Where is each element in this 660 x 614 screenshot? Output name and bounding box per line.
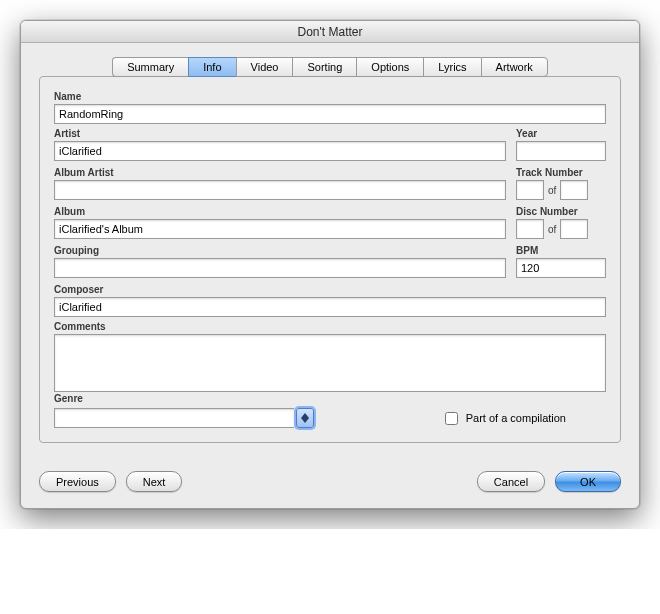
album-field[interactable]: [54, 219, 506, 239]
comments-label: Comments: [54, 321, 606, 332]
info-panel: Name Artist Year Album Artist: [39, 76, 621, 443]
track-number-label: Track Number: [516, 167, 606, 178]
year-field[interactable]: [516, 141, 606, 161]
svg-marker-1: [301, 418, 309, 423]
album-label: Album: [54, 206, 506, 217]
composer-label: Composer: [54, 284, 606, 295]
comments-field[interactable]: [54, 334, 606, 392]
tab-artwork[interactable]: Artwork: [481, 57, 548, 77]
ok-button[interactable]: OK: [555, 471, 621, 492]
name-label: Name: [54, 91, 606, 102]
album-artist-label: Album Artist: [54, 167, 506, 178]
cancel-button[interactable]: Cancel: [477, 471, 545, 492]
chevron-down-icon: [301, 418, 309, 423]
artist-label: Artist: [54, 128, 506, 139]
spacer: [192, 471, 466, 492]
genre-dropdown-button[interactable]: [296, 408, 314, 428]
tab-bar: Summary Info Video Sorting Options Lyric…: [39, 57, 621, 77]
content-area: Summary Info Video Sorting Options Lyric…: [21, 43, 639, 459]
bpm-field[interactable]: [516, 258, 606, 278]
disc-num-field[interactable]: [516, 219, 544, 239]
tab-summary[interactable]: Summary: [112, 57, 188, 77]
tab-sorting[interactable]: Sorting: [292, 57, 356, 77]
genre-label: Genre: [54, 393, 83, 404]
year-label: Year: [516, 128, 606, 139]
next-button[interactable]: Next: [126, 471, 183, 492]
name-field[interactable]: [54, 104, 606, 124]
album-artist-field[interactable]: [54, 180, 506, 200]
track-num-field[interactable]: [516, 180, 544, 200]
window-title: Don't Matter: [21, 21, 639, 43]
tab-video[interactable]: Video: [236, 57, 293, 77]
composer-field[interactable]: [54, 297, 606, 317]
artist-field[interactable]: [54, 141, 506, 161]
bpm-label: BPM: [516, 245, 606, 256]
compilation-label: Part of a compilation: [466, 412, 566, 424]
tab-lyrics[interactable]: Lyrics: [423, 57, 480, 77]
tab-info[interactable]: Info: [188, 57, 235, 77]
track-total-field[interactable]: [560, 180, 588, 200]
previous-button[interactable]: Previous: [39, 471, 116, 492]
grouping-label: Grouping: [54, 245, 506, 256]
disc-of-label: of: [548, 224, 556, 235]
disc-number-label: Disc Number: [516, 206, 606, 217]
compilation-checkbox[interactable]: [445, 412, 458, 425]
genre-field[interactable]: [54, 408, 294, 428]
grouping-field[interactable]: [54, 258, 506, 278]
disc-total-field[interactable]: [560, 219, 588, 239]
genre-combo: [54, 408, 314, 428]
dialog-window: Don't Matter Summary Info Video Sorting …: [20, 20, 640, 509]
track-of-label: of: [548, 185, 556, 196]
tab-options[interactable]: Options: [356, 57, 423, 77]
button-bar: Previous Next Cancel OK: [21, 459, 639, 508]
